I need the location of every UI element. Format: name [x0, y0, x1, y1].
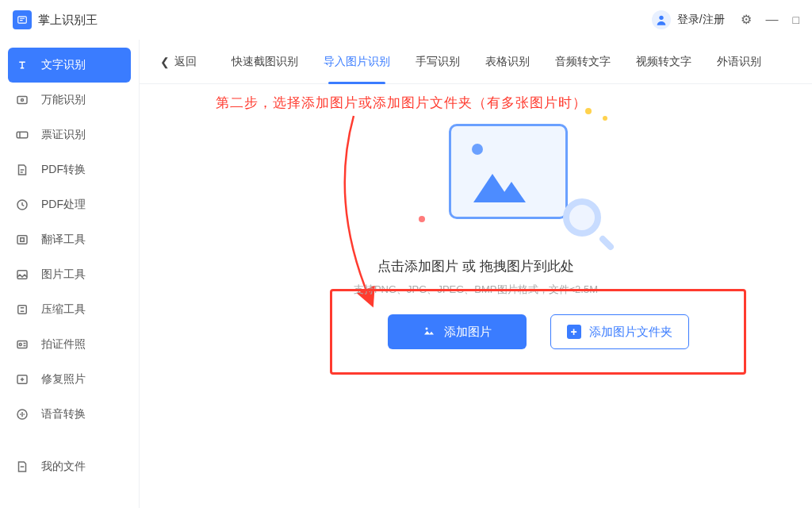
sidebar-item-compress[interactable]: 压缩工具 [0, 292, 139, 327]
svg-rect-6 [17, 236, 27, 244]
sidebar-item-text-ocr[interactable]: 文字识别 [8, 48, 131, 83]
tab-audio[interactable]: 音频转文字 [542, 40, 623, 84]
main: ❮ 返回 快速截图识别 导入图片识别 手写识别 表格识别 音频转文字 视频转文字… [139, 40, 812, 508]
upload-illustration [441, 100, 615, 243]
image-icon [14, 267, 30, 283]
tab-screenshot-ocr[interactable]: 快速截图识别 [219, 40, 311, 84]
sidebar-label: 翻译工具 [41, 233, 86, 247]
sidebar-item-voice[interactable]: 语音转换 [0, 397, 139, 432]
app-logo [13, 10, 32, 29]
content-area: 第二步，选择添加图片或添加图片文件夹（有多张图片时） 点击添加图片 或 拖拽图片… [140, 84, 812, 508]
svg-rect-4 [17, 132, 28, 138]
titlebar: 掌上识别王 登录/注册 ⚙ — □ [0, 0, 812, 40]
compress-icon [14, 302, 30, 318]
add-folder-button[interactable]: + 添加图片文件夹 [550, 314, 689, 349]
sidebar-item-universal[interactable]: 万能识别 [0, 83, 139, 117]
back-button[interactable]: ❮ 返回 [155, 55, 201, 69]
sidebar: 文字识别 万能识别 票证识别 PDF转换 PDF处理 翻译工具 图片工具 压缩 [0, 40, 139, 508]
tab-table[interactable]: 表格识别 [473, 40, 542, 84]
universal-icon [14, 92, 30, 108]
login-button[interactable]: 登录/注册 [652, 10, 725, 29]
sidebar-label: 拍证件照 [41, 337, 86, 352]
add-image-label: 添加图片 [444, 325, 492, 340]
tab-foreign[interactable]: 外语识别 [704, 40, 774, 84]
app-title: 掌上识别王 [38, 13, 98, 28]
back-label: 返回 [174, 55, 197, 69]
chevron-left-icon: ❮ [160, 56, 170, 68]
add-folder-label: 添加图片文件夹 [589, 325, 672, 340]
sidebar-label: 图片工具 [41, 267, 86, 282]
sidebar-item-pdf-process[interactable]: PDF处理 [0, 187, 139, 222]
settings-icon[interactable]: ⚙ [741, 13, 752, 26]
user-avatar-icon [652, 10, 671, 29]
login-label: 登录/注册 [677, 13, 725, 27]
voice-icon [14, 406, 30, 422]
svg-point-1 [659, 16, 663, 20]
tab-video[interactable]: 视频转文字 [623, 40, 704, 84]
plus-icon: + [567, 325, 581, 339]
svg-rect-2 [17, 97, 27, 104]
sidebar-label: 语音转换 [41, 407, 86, 421]
image-placeholder-icon [449, 124, 568, 219]
sidebar-item-pdf-convert[interactable]: PDF转换 [0, 152, 139, 187]
files-icon [14, 459, 30, 475]
tab-import-image-ocr[interactable]: 导入图片识别 [311, 40, 403, 84]
translate-icon [14, 232, 30, 248]
id-icon [14, 337, 30, 352]
add-image-button[interactable]: 添加图片 [388, 314, 527, 349]
close-button[interactable]: □ [793, 14, 799, 25]
titlebar-left: 掌上识别王 [13, 10, 98, 29]
svg-point-3 [21, 99, 24, 102]
sidebar-label: 票证识别 [41, 128, 86, 142]
tab-handwriting[interactable]: 手写识别 [403, 40, 473, 84]
sidebar-label: 修复照片 [41, 372, 86, 387]
pdf-process-icon [14, 197, 30, 213]
window-controls: ⚙ — □ [741, 13, 799, 26]
sidebar-item-repair-photo[interactable]: 修复照片 [0, 362, 139, 397]
text-ocr-icon [14, 57, 30, 73]
titlebar-right: 登录/注册 ⚙ — □ [652, 10, 799, 29]
svg-rect-8 [18, 306, 27, 314]
sidebar-label: 万能识别 [41, 93, 86, 107]
sidebar-label: PDF处理 [41, 198, 86, 212]
svg-point-14 [426, 327, 428, 329]
sidebar-label: 我的文件 [41, 460, 86, 474]
minimize-button[interactable]: — [766, 13, 779, 26]
sidebar-item-image-tools[interactable]: 图片工具 [0, 257, 139, 292]
sidebar-item-my-files[interactable]: 我的文件 [0, 449, 139, 484]
sidebar-item-id-photo[interactable]: 拍证件照 [0, 327, 139, 362]
annotation-highlight-box: 添加图片 + 添加图片文件夹 [330, 289, 746, 375]
upload-hint-main: 点击添加图片 或 拖拽图片到此处 [140, 257, 812, 275]
ticket-icon [14, 127, 30, 143]
sidebar-label: 压缩工具 [41, 302, 86, 317]
pdf-convert-icon [14, 162, 30, 178]
sidebar-label: PDF转换 [41, 163, 86, 177]
sidebar-item-translate[interactable]: 翻译工具 [0, 222, 139, 257]
image-icon [422, 324, 436, 341]
tabs-row: ❮ 返回 快速截图识别 导入图片识别 手写识别 表格识别 音频转文字 视频转文字… [140, 40, 812, 84]
magnifier-icon [563, 198, 614, 249]
tabs: 快速截图识别 导入图片识别 手写识别 表格识别 音频转文字 视频转文字 外语识别 [219, 40, 796, 84]
sidebar-label: 文字识别 [41, 58, 86, 72]
sidebar-item-ticket[interactable]: 票证识别 [0, 117, 139, 152]
repair-icon [14, 371, 30, 387]
svg-point-10 [19, 344, 21, 346]
